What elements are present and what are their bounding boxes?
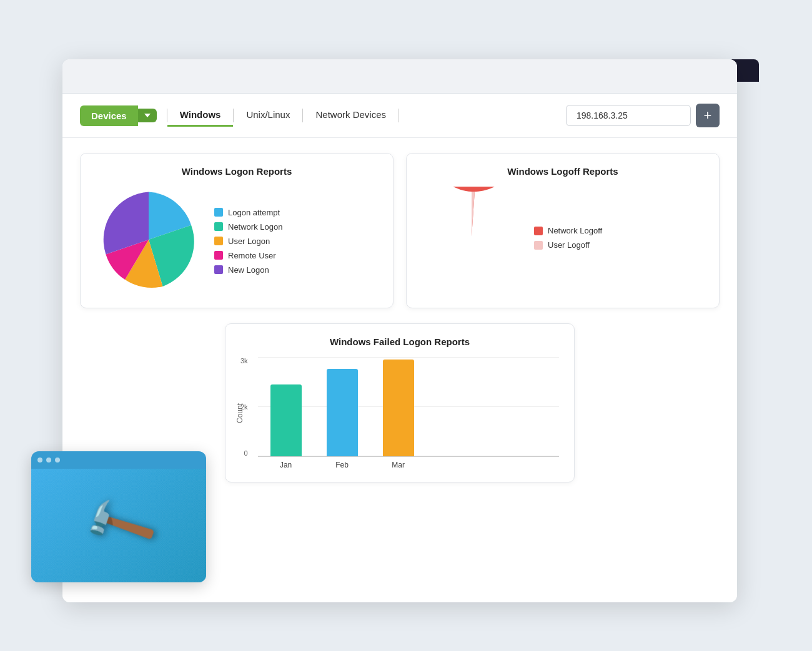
legend-label-logon-attempt: Logon attempt (228, 208, 280, 217)
auction-dot-1 (37, 458, 42, 463)
logon-chart-inner: Logon attempt Network Logon User Logon (96, 187, 378, 295)
bar-mar-rect (383, 360, 414, 456)
legend-dot-user-logon (214, 237, 223, 245)
slice-user-logoff (472, 192, 475, 237)
nav-tabs: Windows Unix/Linux Network Devices (167, 104, 399, 127)
dashboard: Windows Logon Reports (62, 138, 737, 497)
chevron-down-icon (144, 114, 151, 117)
legend-user-logon: User Logon (214, 237, 282, 246)
legend-label-remote-user: Remote User (228, 251, 276, 260)
y-tick-0: 0 (244, 449, 248, 457)
logon-reports-card: Windows Logon Reports (80, 153, 394, 308)
logoff-reports-title: Windows Logoff Reports (422, 166, 704, 177)
legend-dot-new-logon (214, 265, 223, 274)
logoff-chart-inner: Network Logoff User Logoff (422, 187, 704, 289)
legend-dot-user-logoff (534, 241, 543, 250)
tab-separator-4 (399, 109, 399, 122)
top-charts-row: Windows Logon Reports (80, 153, 720, 308)
auction-dot-2 (46, 458, 51, 463)
bar-feb-rect (327, 369, 358, 456)
bar-jan (270, 384, 302, 456)
y-axis-wrapper: Count 3k 2k 0 (240, 357, 253, 469)
auction-dot-3 (55, 458, 60, 463)
legend-dot-remote-user (214, 251, 223, 260)
tab-windows[interactable]: Windows (167, 104, 234, 127)
bar-jan-rect (270, 384, 302, 456)
failed-logon-title: Windows Failed Logon Reports (240, 336, 559, 347)
legend-logon-attempt: Logon attempt (214, 208, 282, 217)
legend-user-logoff: User Logoff (534, 240, 602, 250)
logon-pie-chart (96, 187, 202, 293)
logoff-pie-chart (422, 187, 522, 286)
bar-feb (327, 369, 358, 456)
scene: Devices Windows Unix/Linux Network Devic… (0, 0, 812, 651)
tab-network-devices[interactable]: Network Devices (303, 104, 399, 127)
legend-dot-network-logoff (534, 227, 543, 235)
bars-wrapper (258, 357, 559, 457)
bar-mar (383, 360, 414, 456)
gavel-icon: 🔨 (87, 496, 150, 555)
legend-label-user-logoff: User Logoff (548, 240, 590, 250)
legend-remote-user: Remote User (214, 251, 282, 260)
legend-network-logoff: Network Logoff (534, 226, 602, 235)
gavel-emoji: 🔨 (77, 484, 161, 566)
failed-logon-card: Windows Failed Logon Reports Count 3k 2k… (225, 323, 575, 482)
devices-button[interactable]: Devices (80, 105, 138, 126)
legend-label-network-logon: Network Logon (228, 222, 282, 232)
logoff-reports-card: Windows Logoff Reports (406, 153, 720, 308)
devices-dropdown-button[interactable] (138, 109, 157, 122)
toolbar: Devices Windows Unix/Linux Network Devic… (62, 94, 737, 138)
x-label-jan: Jan (270, 461, 302, 469)
add-button[interactable]: + (696, 104, 720, 127)
legend-dot-logon-attempt (214, 208, 223, 217)
legend-new-logon: New Logon (214, 265, 282, 275)
legend-label-network-logoff: Network Logoff (548, 226, 602, 235)
x-axis-labels: Jan Feb Mar (258, 457, 559, 469)
logon-legend: Logon attempt Network Logon User Logon (214, 208, 282, 275)
bar-chart-wrapper: Count 3k 2k 0 (240, 357, 559, 469)
auction-window: 🔨 (31, 451, 206, 582)
browser-chrome (62, 59, 737, 94)
ip-input[interactable] (566, 105, 691, 126)
logoff-legend: Network Logoff User Logoff (534, 226, 602, 250)
tab-unix[interactable]: Unix/Linux (234, 104, 302, 127)
legend-network-logon: Network Logon (214, 222, 282, 232)
logon-reports-title: Windows Logon Reports (96, 166, 378, 177)
bars-area: Jan Feb Mar (258, 357, 559, 469)
logon-pie-container (96, 187, 202, 295)
x-label-mar: Mar (383, 461, 414, 469)
logoff-pie-container (422, 187, 522, 289)
legend-label-user-logon: User Logon (228, 237, 270, 246)
legend-label-new-logon: New Logon (228, 265, 269, 275)
y-axis-label: Count (235, 403, 244, 423)
y-tick-3k: 3k (240, 357, 248, 365)
auction-chrome (31, 451, 206, 469)
grid-line-top (258, 357, 559, 358)
legend-dot-network-logon (214, 222, 223, 231)
x-label-feb: Feb (327, 461, 358, 469)
auction-content: 🔨 (31, 469, 206, 582)
